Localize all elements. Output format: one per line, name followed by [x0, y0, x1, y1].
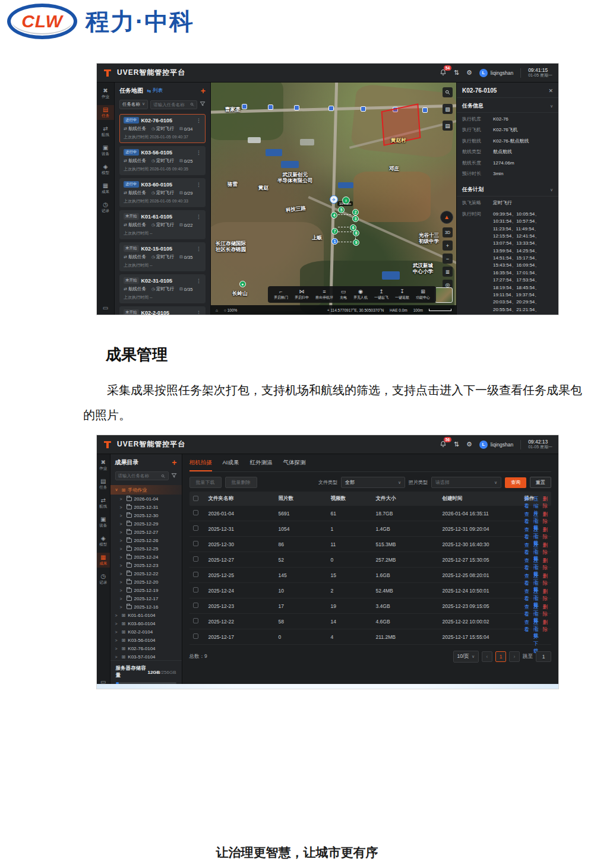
dock-action-button[interactable]: ⋈ 开启归中 [295, 289, 309, 300]
task-more-menu[interactable]: ⋮ [196, 246, 201, 252]
app-logo-icon[interactable] [103, 68, 112, 78]
table-row[interactable]: 2025-12-17 0 4 211.2MB 2025-12-17 15:55:… [189, 629, 552, 645]
settings-gear-icon[interactable]: ⚙ [466, 69, 472, 77]
tree-node[interactable]: > ⊞ 2026-01-04 [110, 495, 182, 503]
expand-arrow-icon[interactable]: > [115, 622, 119, 626]
task-search-input[interactable] [153, 102, 189, 107]
expand-arrow-icon[interactable]: > [120, 522, 124, 526]
waypoint-marker[interactable]: 9 [353, 239, 359, 246]
tree-node[interactable]: > ⊞ 2025-12-19 [110, 586, 182, 594]
tree-node[interactable]: > ⊞ 2025-12-20 [110, 578, 182, 586]
compass[interactable]: ▲ [440, 211, 453, 224]
list-view-toggle[interactable]: ⇆列表 [147, 87, 163, 94]
table-row[interactable]: 2025-12-22 58 14 4.6GB 2025-12-22 10:00:… [189, 614, 552, 629]
column-header[interactable]: 文件大小 [376, 495, 443, 502]
expand-arrow-icon[interactable]: > [120, 597, 124, 601]
expand-arrow-icon[interactable]: > [115, 630, 119, 634]
expand-arrow-icon[interactable]: > [120, 588, 124, 593]
tree-node[interactable]: > ⊞ 2025-12-25 [110, 544, 182, 553]
tree-node[interactable]: > ⊞ 2025-12-22 [110, 569, 182, 578]
current-page[interactable]: 1 [495, 651, 506, 662]
task-card[interactable]: 进行中 K03-60-0105 ⋮ ⇄航线任务 ◷定时飞行 ⊟0/29 上次执行… [119, 178, 206, 207]
column-header[interactable]: 照片数 [279, 495, 331, 502]
tab[interactable]: 红外测温 [249, 454, 272, 471]
layers-button[interactable]: ≣ [443, 267, 453, 277]
zip-download-link[interactable]: 压缩并下载 [533, 619, 539, 655]
nav-item[interactable]: ✖ 作业 [97, 458, 110, 473]
batch-delete-button[interactable]: 批量删除 [225, 477, 257, 488]
jump-page-input[interactable] [536, 651, 551, 662]
tree-node[interactable]: > ⊞ K01-61-0104 [110, 611, 182, 619]
row-checkbox[interactable] [193, 587, 198, 593]
tab[interactable]: 相机拍摄 [189, 454, 212, 471]
expand-arrow-icon[interactable]: > [120, 580, 124, 584]
task-card[interactable]: 未开始 K02-2-0105 ⋮ ⇄航线任务 ◷定时飞行 ⊟0/31 上次执行时… [119, 306, 206, 315]
user-menu[interactable]: L liqingshan [479, 441, 513, 449]
expand-arrow-icon[interactable]: > [120, 547, 124, 551]
row-checkbox[interactable] [193, 603, 198, 608]
task-name-filter-select[interactable]: 任务名称∨ [119, 100, 148, 109]
app-logo-icon[interactable] [103, 440, 112, 449]
tree-node[interactable]: > ⊞ 2025-12-26 [110, 536, 182, 544]
tree-node[interactable]: > ⊞ K03-57-0104 [110, 652, 182, 660]
nav-item[interactable]: ◷ 记录 [97, 200, 114, 215]
dock-action-button[interactable]: ◉ 开无人机 [353, 289, 368, 300]
tree-node[interactable]: > ⊞ 2025-12-30 [110, 511, 182, 519]
nav-item[interactable]: ▤ 任务 [97, 477, 110, 492]
expand-arrow-icon[interactable]: > [120, 605, 124, 609]
close-icon[interactable]: ✕ [548, 88, 553, 94]
map-legend-button[interactable]: ▤ [443, 121, 453, 131]
tree-node[interactable]: > ⊞ 2025-12-27 [110, 528, 182, 536]
tree-node[interactable]: ∨ ⊞ 手动作业 [110, 485, 182, 495]
expand-arrow-icon[interactable]: ∨ [115, 487, 119, 492]
row-checkbox[interactable] [193, 556, 198, 562]
table-row[interactable]: 2025-12-27 52 0 257.2MB 2025-12-27 15:30… [189, 552, 552, 568]
expand-arrow-icon[interactable]: > [115, 638, 119, 642]
minimap-thumbnail[interactable] [435, 287, 453, 303]
task-more-menu[interactable]: ⋮ [196, 214, 201, 220]
tree-node[interactable]: > ⊞ K02-76-0104 [110, 644, 182, 652]
prev-page-button[interactable]: ‹ [482, 651, 492, 662]
delete-link[interactable]: 删除 [543, 619, 548, 655]
waypoint-marker[interactable]: 8 [353, 230, 359, 236]
nav-item[interactable]: ▦ 成果 [97, 553, 110, 568]
query-button[interactable]: 查询 [505, 477, 526, 488]
dock-action-button[interactable]: ⌐ 开启舱门 [274, 289, 288, 300]
waypoint-marker[interactable]: 1 [331, 238, 338, 245]
row-checkbox[interactable] [193, 541, 198, 546]
expand-arrow-icon[interactable]: > [120, 497, 124, 501]
select-all-checkbox[interactable] [193, 496, 198, 501]
notifications-bell-icon[interactable]: 56 [440, 441, 447, 449]
dock-action-button[interactable]: ↧ 一键返航 [395, 289, 409, 300]
map-3d-button[interactable]: 3D [443, 227, 453, 237]
chevron-down-icon[interactable]: ∨ [550, 188, 553, 192]
tree-node[interactable]: > ⊞ 2025-12-31 [110, 503, 182, 511]
waypoint-marker[interactable]: 7 [331, 228, 338, 235]
expand-arrow-icon[interactable]: > [115, 613, 119, 617]
task-card[interactable]: 未开始 K01-61-0105 ⋮ ⇄航线任务 ◷定时飞行 ⊟0/22 上次执行… [119, 210, 206, 239]
tree-node[interactable]: > ⊞ 2025-12-24 [110, 553, 182, 561]
batch-download-button[interactable]: 批量下载 [189, 477, 222, 488]
nav-item[interactable]: ⇄ 航线 [97, 124, 114, 139]
add-task-button[interactable]: + [201, 88, 206, 94]
tree-node[interactable]: > ⊞ K02-2-0104 [110, 628, 182, 636]
page-size-select[interactable]: 10/页∨ [453, 651, 479, 663]
tree-node[interactable]: > ⊞ 2025-12-29 [110, 519, 182, 528]
expand-arrow-icon[interactable]: > [120, 572, 124, 576]
photo-type-select[interactable]: 请选择∨ [431, 477, 501, 488]
dock-action-button[interactable]: ⊞ 功能中心 [416, 289, 430, 300]
drone-marker[interactable]: ✈ [330, 195, 338, 204]
task-card[interactable]: 进行中 K02-76-0105 ⋮ ⇄航线任务 ◷定时飞行 ⊟0/34 上次执行… [119, 114, 206, 143]
reset-button[interactable]: 重置 [530, 477, 551, 488]
table-row[interactable]: 2025-12-31 1054 1 1.4GB 2025-12-31 09:20… [189, 521, 552, 537]
expand-arrow-icon[interactable]: > [120, 555, 124, 559]
table-row[interactable]: 2025-12-24 10 2 52.4MB 2025-12-24 10:50:… [189, 583, 552, 598]
zoom-out-button[interactable]: − [443, 254, 453, 264]
table-row[interactable]: 2025-12-23 17 19 3.4GB 2025-12-23 09:15:… [189, 598, 552, 614]
nav-item[interactable]: ✖ 作业 [97, 86, 114, 101]
task-more-menu[interactable]: ⋮ [196, 118, 201, 123]
chevron-down-icon[interactable]: ∨ [550, 104, 553, 109]
task-more-menu[interactable]: ⋮ [196, 310, 201, 315]
tree-search-input[interactable] [118, 473, 160, 479]
zoom-in-button[interactable]: + [443, 240, 453, 251]
